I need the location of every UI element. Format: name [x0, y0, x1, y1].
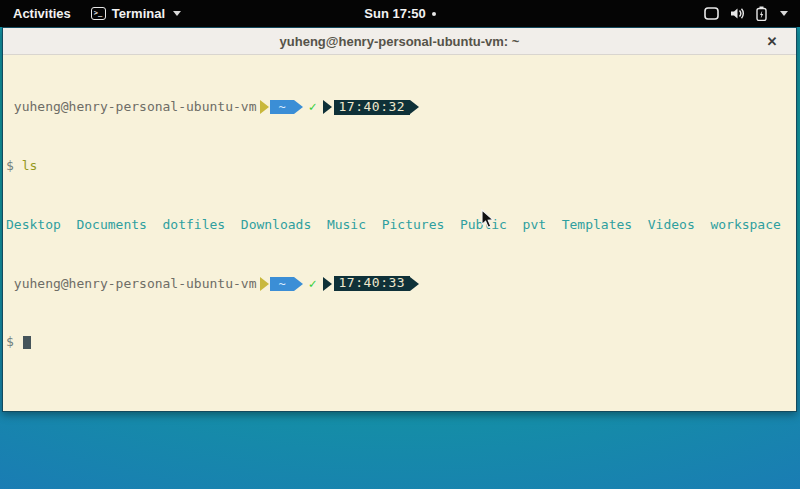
status-check-icon: ✓: [309, 100, 317, 115]
window-title: yuheng@henry-personal-ubuntu-vm: ~: [3, 34, 796, 49]
system-status-area[interactable]: [704, 6, 800, 21]
powerline-cwd-segment: ~: [270, 277, 293, 291]
app-menu-label: Terminal: [112, 6, 165, 21]
activities-button[interactable]: Activities: [11, 4, 73, 23]
status-check-icon: ✓: [309, 277, 317, 292]
command-line-2[interactable]: $: [6, 335, 796, 350]
prompt-dollar: $: [6, 159, 22, 174]
prompt-user-host: yuheng@henry-personal-ubuntu-vm: [14, 277, 257, 292]
terminal-window: yuheng@henry-personal-ubuntu-vm: ~ ✕ yuh…: [2, 27, 797, 412]
mouse-cursor-icon: [481, 209, 495, 233]
powerline-dark-arrow-icon: [410, 277, 419, 291]
volume-icon: [730, 7, 745, 20]
powerline-cwd-segment: ~: [270, 100, 293, 114]
command-text: ls: [22, 159, 38, 174]
prompt-lead-space: [6, 277, 14, 292]
screen-icon: [704, 7, 719, 20]
prompt-line-1: yuheng@henry-personal-ubuntu-vm ~ ✓ 17:4…: [6, 100, 796, 115]
terminal-app-icon: >_: [91, 7, 106, 20]
close-button[interactable]: ✕: [762, 28, 782, 55]
clock-button[interactable]: Sun 17:50: [364, 6, 425, 21]
powerline-dark-chevron-icon: [323, 100, 332, 114]
prompt-user-host: yuheng@henry-personal-ubuntu-vm: [14, 100, 257, 115]
powerline-dark-chevron-icon: [323, 277, 332, 291]
ls-output-line: Desktop Documents dotfiles Downloads Mus…: [6, 218, 796, 233]
prompt-lead-space: [6, 100, 14, 115]
notification-dot-icon: [432, 12, 436, 16]
powerline-blue-arrow-icon: [294, 100, 303, 114]
terminal-content[interactable]: yuheng@henry-personal-ubuntu-vm ~ ✓ 17:4…: [3, 55, 796, 411]
prompt-time-badge: 17:40:32: [334, 100, 411, 115]
command-line-1: $ ls: [6, 159, 796, 174]
chevron-down-icon: [173, 11, 181, 16]
battery-charging-icon: [756, 6, 767, 21]
powerline-dark-arrow-icon: [410, 100, 419, 114]
powerline-blue-arrow-icon: [294, 277, 303, 291]
prompt-dollar: $: [6, 335, 22, 350]
window-titlebar[interactable]: yuheng@henry-personal-ubuntu-vm: ~ ✕: [3, 28, 796, 55]
prompt-time-badge: 17:40:33: [334, 276, 411, 291]
system-menu-chevron-icon: [780, 11, 788, 16]
terminal-cursor: [23, 336, 31, 349]
gnome-top-bar: Activities >_ Terminal Sun 17:50: [0, 0, 800, 27]
powerline-yellow-chevron-icon: [260, 277, 269, 291]
directory-list: Desktop Documents dotfiles Downloads Mus…: [6, 218, 781, 233]
powerline-yellow-chevron-icon: [260, 100, 269, 114]
app-menu-terminal[interactable]: >_ Terminal: [91, 6, 181, 21]
prompt-line-2: yuheng@henry-personal-ubuntu-vm ~ ✓ 17:4…: [6, 277, 796, 292]
desktop: Activities >_ Terminal Sun 17:50: [0, 0, 800, 489]
